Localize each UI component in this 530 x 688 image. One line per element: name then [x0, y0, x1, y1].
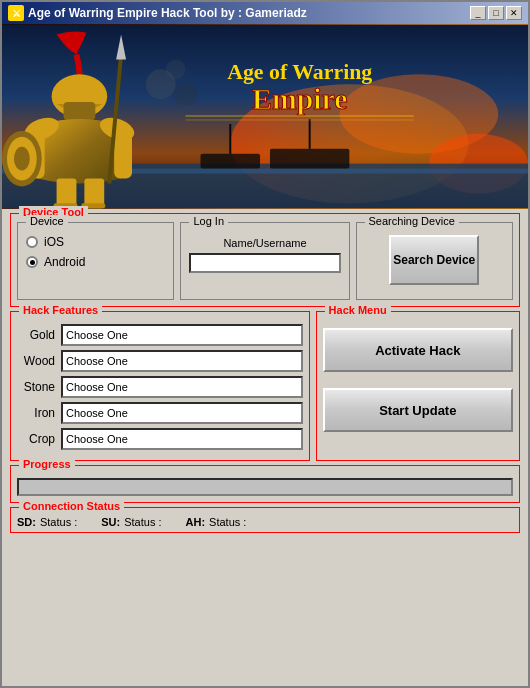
- login-content: Name/Username: [189, 237, 340, 273]
- hack-features-section: Hack Features Gold Choose One 1005001000…: [10, 311, 310, 461]
- svg-rect-6: [200, 154, 260, 169]
- hack-menu-label: Hack Menu: [325, 304, 391, 316]
- svg-text:Empire: Empire: [252, 82, 347, 115]
- search-device-button[interactable]: Search Device: [389, 235, 479, 285]
- ah-status-key: Status :: [209, 516, 246, 528]
- connection-status-label: Connection Status: [19, 500, 124, 512]
- gold-label: Gold: [17, 328, 55, 342]
- iron-dropdown[interactable]: Choose One 1005001000500010000: [61, 402, 303, 424]
- activate-hack-button[interactable]: Activate Hack: [323, 328, 513, 372]
- sd-status-item: SD: Status :: [17, 516, 81, 528]
- gold-row: Gold Choose One 1005001000500010000: [17, 324, 303, 346]
- svg-point-18: [14, 147, 30, 171]
- svg-rect-11: [64, 102, 96, 120]
- wood-dropdown[interactable]: Choose One 1005001000500010000: [61, 350, 303, 372]
- title-controls: _ □ ✕: [470, 6, 522, 20]
- device-group: Device iOS Android: [17, 222, 174, 300]
- su-status-item: SU: Status :: [101, 516, 165, 528]
- iron-dropdown-wrapper: Choose One 1005001000500010000: [61, 402, 303, 424]
- svg-rect-15: [114, 124, 132, 179]
- android-radio[interactable]: [26, 256, 38, 268]
- svg-point-26: [166, 59, 186, 79]
- ah-status-item: AH: Status :: [186, 516, 251, 528]
- search-group: Searching Device Search Device: [356, 222, 513, 300]
- window-title: Age of Warring Empire Hack Tool by : Gam…: [28, 6, 307, 20]
- wood-label: Wood: [17, 354, 55, 368]
- connection-status-section: Connection Status SD: Status : SU: Statu…: [10, 507, 520, 533]
- crop-dropdown[interactable]: Choose One 1005001000500010000: [61, 428, 303, 450]
- title-bar: ⚔ Age of Warring Empire Hack Tool by : G…: [2, 2, 528, 24]
- login-group-label: Log In: [189, 215, 228, 227]
- ios-radio-item[interactable]: iOS: [26, 235, 165, 249]
- hack-features-label: Hack Features: [19, 304, 102, 316]
- hack-menu-buttons: Activate Hack Start Update: [323, 328, 513, 440]
- device-group-label: Device: [26, 215, 68, 227]
- close-button[interactable]: ✕: [506, 6, 522, 20]
- banner: Age of Warring Empire: [2, 24, 528, 209]
- progress-bar-outer: [17, 478, 513, 496]
- radio-group: iOS Android: [26, 235, 165, 269]
- main-window: ⚔ Age of Warring Empire Hack Tool by : G…: [0, 0, 530, 688]
- stone-label: Stone: [17, 380, 55, 394]
- app-icon: ⚔: [8, 5, 24, 21]
- crop-dropdown-wrapper: Choose One 1005001000500010000: [61, 428, 303, 450]
- iron-label: Iron: [17, 406, 55, 420]
- start-update-button[interactable]: Start Update: [323, 388, 513, 432]
- android-radio-item[interactable]: Android: [26, 255, 165, 269]
- svg-rect-7: [270, 149, 349, 169]
- device-tool-section: Device Tool Device iOS Android: [10, 213, 520, 307]
- progress-section: Progress: [10, 465, 520, 503]
- wood-dropdown-wrapper: Choose One 1005001000500010000: [61, 350, 303, 372]
- login-group: Log In Name/Username: [180, 222, 349, 300]
- hack-menu-section: Hack Menu Activate Hack Start Update: [316, 311, 520, 461]
- svg-text:Age of Warring: Age of Warring: [227, 60, 372, 84]
- ios-label: iOS: [44, 235, 64, 249]
- stone-row: Stone Choose One 1005001000500010000: [17, 376, 303, 398]
- android-label: Android: [44, 255, 85, 269]
- su-status-key: Status :: [124, 516, 161, 528]
- wood-row: Wood Choose One 1005001000500010000: [17, 350, 303, 372]
- resources-list: Gold Choose One 1005001000500010000 Wood: [17, 324, 303, 450]
- minimize-button[interactable]: _: [470, 6, 486, 20]
- gold-dropdown[interactable]: Choose One 1005001000500010000: [61, 324, 303, 346]
- gold-dropdown-wrapper: Choose One 1005001000500010000: [61, 324, 303, 346]
- stone-dropdown-wrapper: Choose One 1005001000500010000: [61, 376, 303, 398]
- su-key: SU:: [101, 516, 120, 528]
- iron-row: Iron Choose One 1005001000500010000: [17, 402, 303, 424]
- svg-point-27: [174, 82, 198, 106]
- crop-row: Crop Choose One 1005001000500010000: [17, 428, 303, 450]
- sd-key: SD:: [17, 516, 36, 528]
- title-bar-left: ⚔ Age of Warring Empire Hack Tool by : G…: [8, 5, 307, 21]
- maximize-button[interactable]: □: [488, 6, 504, 20]
- hack-row: Hack Features Gold Choose One 1005001000…: [10, 311, 520, 461]
- ios-radio[interactable]: [26, 236, 38, 248]
- main-content: Device Tool Device iOS Android: [2, 209, 528, 686]
- sd-status-key: Status :: [40, 516, 77, 528]
- device-tool-inner: Device iOS Android Log In: [17, 222, 513, 300]
- ah-key: AH:: [186, 516, 206, 528]
- crop-label: Crop: [17, 432, 55, 446]
- stone-dropdown[interactable]: Choose One 1005001000500010000: [61, 376, 303, 398]
- search-group-label: Searching Device: [365, 215, 459, 227]
- username-input[interactable]: [189, 253, 340, 273]
- progress-label: Progress: [19, 458, 75, 470]
- status-row: SD: Status : SU: Status : AH: Status :: [17, 516, 513, 528]
- username-label: Name/Username: [189, 237, 340, 249]
